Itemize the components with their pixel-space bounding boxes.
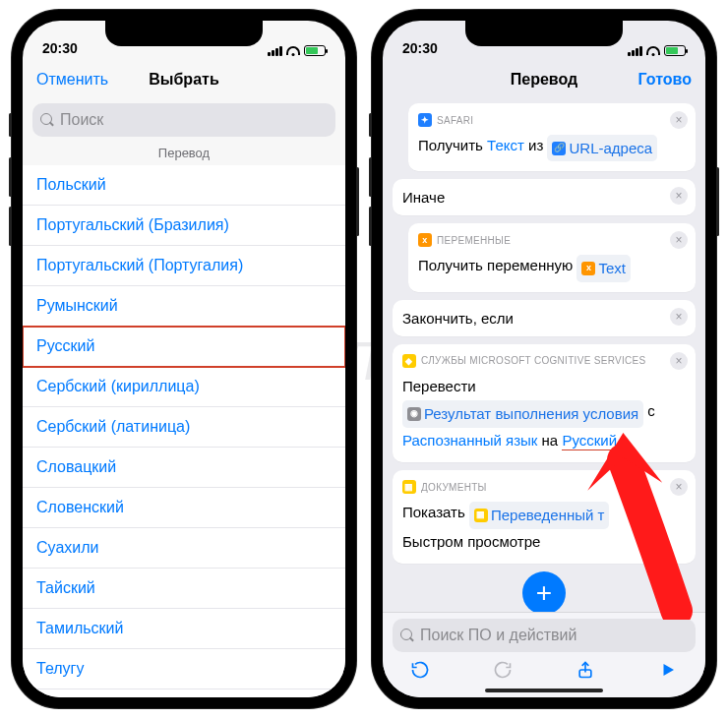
text: Показать: [402, 504, 465, 520]
action-header: СЛУЖБЫ MICROSOFT COGNITIVE SERVICES: [421, 355, 646, 366]
param-text[interactable]: Текст: [487, 137, 524, 153]
language-item[interactable]: Словенский: [23, 488, 345, 528]
text: из: [528, 137, 543, 153]
safari-icon: ✦: [418, 113, 432, 127]
language-item[interactable]: Сербский (кириллица): [23, 367, 345, 407]
status-time: 20:30: [42, 40, 78, 56]
result-icon: ◉: [407, 407, 421, 421]
status-time: 20:30: [402, 40, 438, 56]
variables-icon: x: [418, 233, 432, 247]
text: Получить: [418, 137, 483, 153]
text: Перевести: [402, 378, 476, 394]
search-icon: [400, 629, 414, 642]
redo-button[interactable]: [493, 660, 513, 680]
documents-icon: ▦: [402, 480, 416, 494]
action-safari[interactable]: × ✦ SAFARI Получить Текст из 🔗URL-адреса: [408, 103, 696, 171]
cellular-icon: [268, 46, 282, 56]
language-item[interactable]: Португальский (Бразилия): [23, 206, 345, 246]
wifi-icon: [646, 46, 660, 56]
link-icon: 🔗: [552, 142, 566, 155]
action-else[interactable]: × Иначе: [393, 179, 696, 215]
add-action-button[interactable]: +: [522, 571, 566, 615]
search-icon: [40, 113, 54, 127]
doc-icon: ▦: [474, 509, 488, 522]
battery-icon: [664, 45, 686, 56]
shortcut-editor: × ✦ SAFARI Получить Текст из 🔗URL-адреса…: [383, 99, 705, 623]
undo-button[interactable]: [410, 660, 430, 680]
language-item[interactable]: Телугу: [23, 649, 345, 689]
token-translated[interactable]: ▦Переведенный т: [469, 502, 609, 529]
cognitive-icon: ◆: [402, 354, 416, 368]
language-list: ПольскийПортугальский (Бразилия)Португал…: [23, 165, 345, 697]
cellular-icon: [628, 46, 642, 56]
phone-right: 20:30 Перевод Готово × ✦ SAFARI: [372, 10, 716, 708]
language-item[interactable]: Русский: [23, 327, 345, 367]
search-input[interactable]: Поиск: [32, 103, 335, 137]
bottom-bar: Поиск ПО и действий: [383, 612, 705, 697]
token-variable[interactable]: xText: [576, 255, 631, 282]
language-item[interactable]: Турецкий: [23, 689, 345, 697]
action-header: ДОКУМЕНТЫ: [421, 482, 487, 493]
nav-bar: Перевод Готово: [383, 60, 705, 99]
language-item[interactable]: Тайский: [23, 569, 345, 609]
notch: [105, 21, 263, 46]
phone-left: 20:30 Отменить Выбрать Поиск Перевод Пол…: [12, 10, 356, 708]
param-from-lang[interactable]: Распознанный язык: [402, 432, 537, 449]
action-translate[interactable]: × ◆ СЛУЖБЫ MICROSOFT COGNITIVE SERVICES …: [393, 344, 696, 462]
text: с: [647, 402, 655, 419]
action-get-variable[interactable]: × x ПЕРЕМЕННЫЕ Получить переменную xText: [408, 223, 696, 291]
text: Получить переменную: [418, 257, 573, 273]
language-item[interactable]: Тамильский: [23, 609, 345, 649]
action-header: ПЕРЕМЕННЫЕ: [437, 235, 511, 246]
remove-action-icon[interactable]: ×: [670, 111, 688, 129]
language-item[interactable]: Словацкий: [23, 448, 345, 488]
language-item[interactable]: Сербский (латиница): [23, 407, 345, 448]
battery-icon: [304, 45, 326, 56]
action-show-document[interactable]: × ▦ ДОКУМЕНТЫ Показать ▦Переведенный т Б…: [393, 470, 696, 564]
share-button[interactable]: [576, 660, 595, 680]
cancel-button[interactable]: Отменить: [36, 71, 108, 89]
language-item[interactable]: Румынский: [23, 286, 345, 327]
wifi-icon: [286, 46, 300, 56]
text: Закончить, если: [402, 310, 514, 327]
remove-action-icon[interactable]: ×: [670, 187, 688, 205]
language-item[interactable]: Польский: [23, 165, 345, 206]
language-item[interactable]: Португальский (Португалия): [23, 246, 345, 286]
remove-action-icon[interactable]: ×: [670, 352, 688, 370]
text: Иначе: [402, 189, 445, 206]
token-if-result[interactable]: ◉Результат выполнения условия: [402, 400, 643, 428]
section-header: Перевод: [23, 143, 345, 165]
search-placeholder: Поиск ПО и действий: [420, 627, 576, 644]
text: на: [542, 432, 559, 449]
done-button[interactable]: Готово: [638, 71, 692, 89]
search-placeholder: Поиск: [60, 111, 103, 129]
text: Быстром просмотре: [402, 533, 540, 550]
var-icon: x: [581, 262, 595, 275]
token-url[interactable]: 🔗URL-адреса: [547, 135, 657, 162]
language-item[interactable]: Суахили: [23, 528, 345, 569]
action-endif[interactable]: × Закончить, если: [393, 300, 696, 336]
home-indicator: [485, 689, 603, 692]
play-button[interactable]: [658, 660, 678, 680]
remove-action-icon[interactable]: ×: [670, 308, 688, 326]
nav-bar: Отменить Выбрать: [23, 60, 345, 99]
param-to-lang[interactable]: Русский: [562, 432, 617, 450]
action-header: SAFARI: [437, 115, 473, 126]
action-search-input[interactable]: Поиск ПО и действий: [393, 619, 696, 652]
notch: [465, 21, 623, 46]
